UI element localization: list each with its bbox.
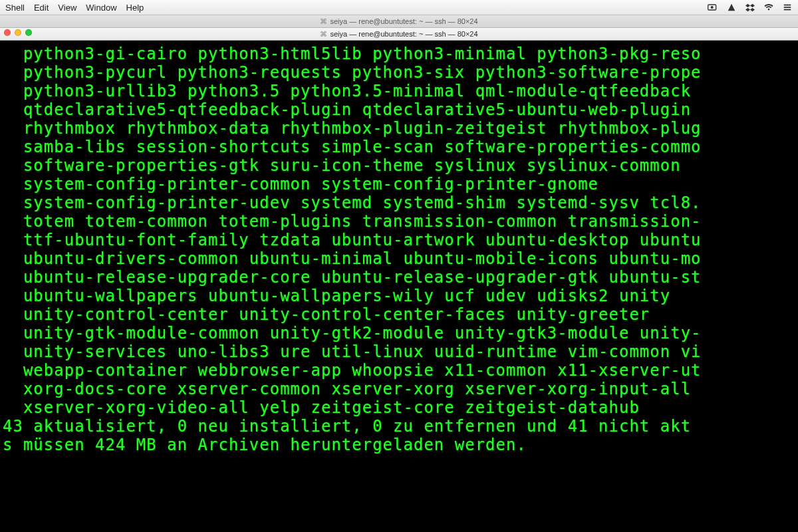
- minimize-window-button[interactable]: [15, 29, 21, 36]
- svg-rect-4: [784, 9, 791, 11]
- terminal-line: 43 aktualisiert, 0 neu installiert, 0 zu…: [3, 417, 798, 436]
- screen-record-icon[interactable]: [708, 2, 718, 13]
- zoom-window-button[interactable]: [25, 29, 32, 36]
- svg-rect-3: [784, 7, 791, 8]
- terminal-line: system-config-printer-udev systemd syste…: [3, 194, 798, 212]
- terminal-line: s müssen 424 MB an Archiven heruntergela…: [3, 436, 798, 454]
- terminal-line: unity-control-center unity-control-cente…: [3, 305, 798, 324]
- svg-point-1: [711, 6, 714, 9]
- terminal-line: python3-urllib3 python3.5 python3.5-mini…: [3, 82, 798, 100]
- window-controls: [4, 29, 32, 36]
- menu-shell[interactable]: Shell: [5, 3, 25, 13]
- dirty-indicator-icon: ⌘: [320, 30, 327, 39]
- svg-rect-2: [784, 5, 791, 6]
- terminal-line: software-properties-gtk suru-icon-theme …: [3, 156, 798, 175]
- terminal-line: rhythmbox rhythmbox-data rhythmbox-plugi…: [3, 119, 798, 138]
- terminal-line: python3-gi-cairo python3-html5lib python…: [3, 45, 798, 63]
- terminal-tab-inactive[interactable]: ⌘ seiya — rene@ubuntutest: ~ — ssh — 80×…: [0, 15, 798, 28]
- terminal-line: xserver-xorg-video-all yelp zeitgeist-co…: [3, 398, 798, 417]
- menu-extras-icon[interactable]: [782, 2, 793, 13]
- terminal-line: ttf-ubuntu-font-family tzdata ubuntu-art…: [3, 231, 798, 249]
- dirty-indicator-icon: ⌘: [320, 17, 327, 26]
- close-window-button[interactable]: [4, 29, 11, 36]
- wifi-icon[interactable]: [763, 2, 774, 13]
- terminal-line: totem totem-common totem-plugins transmi…: [3, 212, 798, 231]
- terminal-tab-active[interactable]: ⌘ seiya — rene@ubuntutest: ~ — ssh — 80×…: [0, 28, 798, 41]
- dropbox-icon[interactable]: [745, 2, 755, 13]
- terminal-line: ubuntu-drivers-common ubuntu-minimal ubu…: [3, 249, 798, 268]
- terminal-line: samba-libs session-shortcuts simple-scan…: [3, 138, 798, 156]
- terminal-line: qtdeclarative5-qtfeedback-plugin qtdecla…: [3, 100, 798, 119]
- terminal-line: system-config-printer-common system-conf…: [3, 175, 798, 194]
- terminal-line: ubuntu-wallpapers ubuntu-wallpapers-wily…: [3, 287, 798, 305]
- terminal-line: unity-services uno-libs3 ure util-linux …: [3, 342, 798, 361]
- terminal-line: python3-pycurl python3-requests python3-…: [3, 63, 798, 82]
- terminal-output[interactable]: python3-gi-cairo python3-html5lib python…: [0, 41, 798, 532]
- terminal-line: unity-gtk-module-common unity-gtk2-modul…: [3, 324, 798, 342]
- tab-title: seiya — rene@ubuntutest: ~ — ssh — 80×24: [330, 30, 477, 38]
- terminal-line: xorg-docs-core xserver-common xserver-xo…: [3, 380, 798, 398]
- menu-help[interactable]: Help: [126, 3, 144, 13]
- menu-view[interactable]: View: [58, 3, 76, 13]
- tab-title: seiya — rene@ubuntutest: ~ — ssh — 80×24: [330, 17, 477, 25]
- menu-edit[interactable]: Edit: [34, 3, 49, 13]
- macos-menubar: Shell Edit View Window Help: [0, 0, 798, 15]
- terminal-line: ubuntu-release-upgrader-core ubuntu-rele…: [3, 268, 798, 287]
- triangle-icon[interactable]: [726, 2, 737, 13]
- terminal-line: webapp-container webbrowser-app whoopsie…: [3, 361, 798, 380]
- menu-window[interactable]: Window: [86, 3, 116, 13]
